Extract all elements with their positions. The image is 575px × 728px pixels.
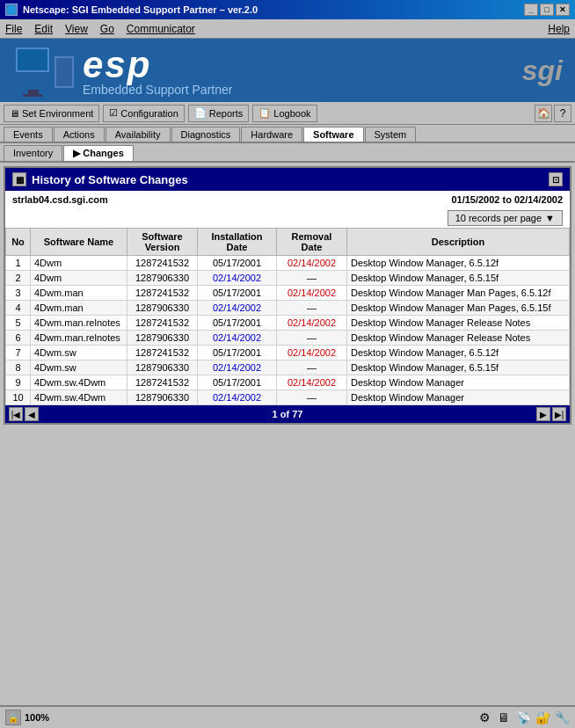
cell-name: 4Dwm.man [31,301,127,316]
inst-date-link[interactable]: 02/14/2002 [213,332,261,343]
cell-name: 4Dwm.sw [31,360,127,375]
page-next-button[interactable]: ▶ [536,407,550,421]
set-environment-button[interactable]: 🖥 Set Environment [4,105,99,122]
cell-inst-date: 05/17/2001 [198,286,277,301]
rem-date-link[interactable]: 02/14/2002 [288,377,336,388]
cell-description: Desktop Window Manager, 6.5.15f [347,360,570,375]
cell-inst-date: 02/14/2002 [198,271,277,286]
tab-events[interactable]: Events [4,127,53,142]
toolbar: 🖥 Set Environment ☑ Configuration 📄 Repo… [0,102,575,125]
cell-inst-date: 02/14/2002 [198,331,277,346]
cell-inst-date: 05/17/2001 [198,375,277,390]
cell-name: 4Dwm [31,271,127,286]
cell-no: 1 [6,256,31,271]
page-info: 1 of 77 [273,409,303,419]
cell-description: Desktop Window Manager, 6.5.12f [347,346,570,360]
inst-date-link[interactable]: 02/14/2002 [213,392,261,403]
table-expand-icon[interactable]: ⊡ [549,172,563,186]
cell-rem-date: — [277,301,347,316]
status-lock-icon: 🔒 [5,710,21,725]
rem-date-link[interactable]: 02/14/2002 [288,317,336,328]
table-row: 10 4Dwm.sw.4Dwm 1287906330 02/14/2002 — … [6,390,570,405]
cell-rem-date: — [277,390,347,405]
menu-view[interactable]: View [65,23,88,35]
table-row: 4 4Dwm.man 1287906330 02/14/2002 — Deskt… [6,301,570,316]
tab-availability[interactable]: Availability [106,127,171,142]
page-first-button[interactable]: |◀ [9,407,23,421]
status-security-icon: 🔐 [535,710,550,725]
table-row: 9 4Dwm.sw.4Dwm 1287241532 05/17/2001 02/… [6,375,570,390]
tab-hardware[interactable]: Hardware [241,127,302,142]
col-header-inst: Installation Date [198,229,277,256]
rem-date-text: — [307,302,317,313]
table-row: 1 4Dwm 1287241532 05/17/2001 02/14/2002 … [6,256,570,271]
tab-actions[interactable]: Actions [54,127,105,142]
header: esp Embedded Support Partner sgi [0,39,575,102]
tab-diagnostics[interactable]: Diagnostics [171,127,241,142]
col-header-rem: Removal Date [277,229,347,256]
config-icon: ☑ [109,107,118,119]
sgi-logo: sgi [522,55,563,87]
menu-file[interactable]: File [5,23,22,35]
nav-tabs-secondary: Inventory ▶ Changes [0,143,575,163]
close-button[interactable]: ✕ [556,4,570,16]
cell-description: Desktop Window Manager Man Pages, 6.5.15… [347,301,570,316]
cell-no: 5 [6,316,31,331]
tab-changes[interactable]: ▶ Changes [63,145,134,161]
maximize-button[interactable]: □ [540,4,554,16]
cell-version: 1287906330 [127,360,198,375]
table-row: 3 4Dwm.man 1287241532 05/17/2001 02/14/2… [6,286,570,301]
cell-name: 4Dwm.sw [31,346,127,360]
reports-button[interactable]: 📄 Reports [188,105,250,122]
table-title-icon: ▦ [12,172,26,186]
cell-rem-date: 02/14/2002 [277,316,347,331]
cell-description: Desktop Window Manager [347,375,570,390]
app-icon: 🌐 [5,4,18,16]
rem-date-text: — [307,362,317,373]
host-label: strlab04.csd.sgi.com [12,194,108,205]
cell-rem-date: 02/14/2002 [277,346,347,360]
cell-version: 1287241532 [127,286,198,301]
menu-edit[interactable]: Edit [34,23,53,35]
rem-date-link[interactable]: 02/14/2002 [288,258,336,268]
rem-date-text: — [307,273,317,283]
inst-date-text: 05/17/2001 [213,347,261,358]
tab-system[interactable]: System [365,127,417,142]
tab-inventory[interactable]: Inventory [4,145,62,161]
tab-software[interactable]: Software [303,127,363,142]
table-row: 6 4Dwm.man.relnotes 1287906330 02/14/200… [6,331,570,346]
menu-help[interactable]: Help [548,23,570,35]
home-icon-button[interactable]: 🏠 [535,105,552,122]
rem-date-link[interactable]: 02/14/2002 [288,347,336,358]
minimize-button[interactable]: _ [524,4,538,16]
rem-date-link[interactable]: 02/14/2002 [288,288,336,298]
inst-date-link[interactable]: 02/14/2002 [213,273,261,283]
help-icon-button[interactable]: ? [554,105,571,122]
records-dropdown-icon: ▼ [545,213,555,223]
menu-bar: File Edit View Go Communicator Help [0,19,575,39]
cell-description: Desktop Window Manager, 6.5.15f [347,271,570,286]
cell-inst-date: 05/17/2001 [198,346,277,360]
cell-rem-date: 02/14/2002 [277,286,347,301]
records-per-page-label: 10 records per page [455,213,542,223]
configuration-button[interactable]: ☑ Configuration [103,105,184,122]
page-last-button[interactable]: ▶| [552,407,566,421]
table-title: History of Software Changes [32,173,188,186]
cell-no: 8 [6,360,31,375]
cell-name: 4Dwm.man [31,286,127,301]
page-prev-button[interactable]: ◀ [25,407,39,421]
menu-communicator[interactable]: Communicator [127,23,195,35]
logbook-button[interactable]: 📋 Logbook [252,105,317,122]
inst-date-link[interactable]: 02/14/2002 [213,302,261,313]
nav-tabs-primary: Events Actions Availability Diagnostics … [0,125,575,143]
cell-no: 9 [6,375,31,390]
records-per-page-button[interactable]: 10 records per page ▼ [448,210,563,226]
menu-go[interactable]: Go [100,23,114,35]
cell-version: 1287241532 [127,316,198,331]
cell-no: 10 [6,390,31,405]
cell-no: 4 [6,301,31,316]
cell-inst-date: 02/14/2002 [198,360,277,375]
cell-version: 1287906330 [127,301,198,316]
header-logo-image [9,44,76,97]
inst-date-link[interactable]: 02/14/2002 [213,362,261,373]
